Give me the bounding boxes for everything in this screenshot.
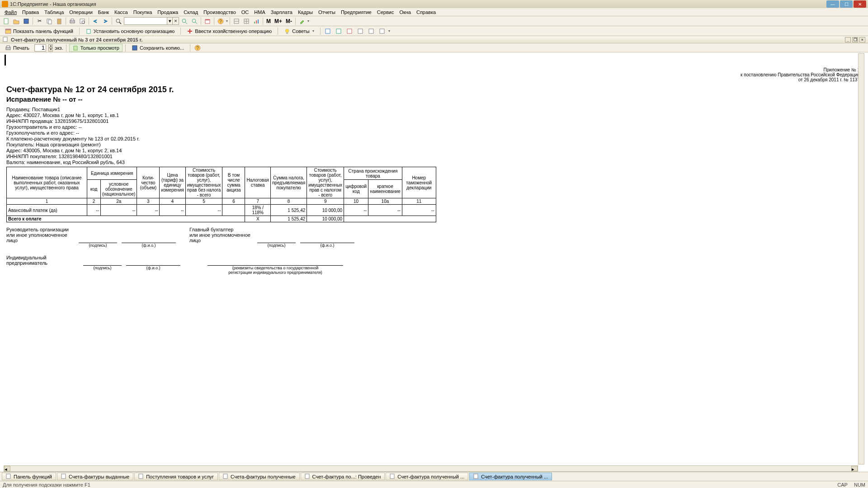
help-icon[interactable]: ? (193, 44, 202, 52)
menu-sale[interactable]: Продажа (155, 9, 181, 15)
task-button[interactable]: Панель функций (2, 473, 56, 480)
menu-production[interactable]: Производство (201, 9, 239, 15)
minimize-button[interactable]: — (826, 0, 839, 8)
svg-rect-40 (132, 46, 137, 50)
search-input[interactable] (124, 17, 167, 25)
document-icon (223, 474, 229, 480)
status-hint: Для получения подсказки нажмите F1 (3, 482, 90, 488)
window-title: 1С:Предприятие - Наша организация (10, 1, 826, 7)
tab-close-icon[interactable]: × (859, 37, 865, 42)
view-only-label: Только просмотр (80, 45, 119, 51)
document-page: Приложение № 1 к постановлению Правитель… (4, 53, 863, 465)
operation-icon (187, 28, 193, 34)
search-icon[interactable] (114, 17, 123, 25)
task-button[interactable]: Счет-фактура полученный ... (469, 473, 552, 480)
dropdown-arrow-icon[interactable]: ▾ (226, 19, 228, 23)
cut-icon[interactable]: ✂ (35, 17, 44, 25)
list4-icon[interactable] (356, 27, 365, 35)
save-icon[interactable] (22, 17, 31, 25)
org-icon (85, 28, 92, 34)
menu-enterprise[interactable]: Предприятие (338, 9, 374, 15)
svg-line-10 (119, 22, 121, 24)
copy-icon[interactable] (45, 17, 54, 25)
list6-icon[interactable] (377, 27, 387, 35)
enter-operation-button[interactable]: Ввести хозяйственную операцию (184, 27, 275, 35)
task-button[interactable]: Поступления товаров и услуг (134, 473, 218, 480)
grid1-icon[interactable] (232, 17, 241, 25)
svg-point-9 (116, 19, 120, 23)
memory-m-button[interactable]: M (265, 18, 272, 24)
redo-icon[interactable] (101, 17, 110, 25)
close-button[interactable]: ✕ (854, 0, 866, 8)
menu-table[interactable]: Таблица (42, 9, 66, 15)
menu-purchase[interactable]: Покупка (131, 9, 155, 15)
menu-salary[interactable]: Зарплата (268, 9, 295, 15)
menu-edit[interactable]: Правка (19, 9, 42, 15)
undo-icon[interactable] (91, 17, 100, 25)
list5-icon[interactable] (367, 27, 376, 35)
dropdown-icon[interactable]: ▾ (167, 17, 173, 25)
set-main-org-button[interactable]: Установить основную организацию (82, 27, 178, 35)
scroll-right-icon[interactable]: ▸ (851, 466, 858, 471)
brush-icon[interactable] (297, 17, 307, 25)
menu-os[interactable]: ОС (239, 9, 252, 15)
find-prev-icon[interactable] (190, 17, 199, 25)
open-icon[interactable] (12, 17, 21, 25)
save-copy-button[interactable]: Сохранить копию... (128, 44, 187, 52)
menu-operations[interactable]: Операции (66, 9, 95, 15)
show-functions-panel-button[interactable]: Показать панель функций (2, 27, 76, 35)
svg-rect-48 (390, 474, 394, 479)
list2-icon[interactable] (334, 27, 343, 35)
list1-icon[interactable] (323, 27, 332, 35)
menu-cash[interactable]: Касса (112, 9, 131, 15)
menu-stock[interactable]: Склад (181, 9, 201, 15)
list3-icon[interactable] (345, 27, 354, 35)
menu-service[interactable]: Сервис (374, 9, 397, 15)
svg-rect-45 (139, 474, 143, 479)
svg-rect-24 (258, 19, 259, 23)
svg-text:?: ? (197, 46, 199, 51)
task-button[interactable]: Счет-фактура по...: Проведен (301, 473, 385, 480)
memory-mminus-button[interactable]: M- (284, 18, 293, 24)
dropdown-arrow-icon[interactable]: ▾ (307, 19, 309, 23)
maximize-button[interactable]: ☐ (840, 0, 853, 8)
dropdown-arrow-icon: ▾ (312, 29, 314, 33)
tips-button[interactable]: Советы ▾ (281, 27, 317, 35)
memory-mplus-button[interactable]: M+ (273, 18, 283, 24)
new-icon[interactable] (2, 17, 11, 25)
status-bar: Для получения подсказки нажмите F1 CAP N… (0, 481, 868, 488)
vertical-scrollbar[interactable] (858, 53, 864, 465)
copies-spinner[interactable]: ▴▾ (48, 44, 53, 52)
print-preview-icon[interactable] (78, 17, 87, 25)
grid2-icon[interactable] (242, 17, 251, 25)
clear-search-icon[interactable]: × (173, 17, 179, 25)
calendar-icon[interactable] (203, 17, 212, 25)
scroll-left-icon[interactable]: ◂ (4, 466, 10, 471)
menu-reports[interactable]: Отчеты (316, 9, 338, 15)
task-button[interactable]: Счета-фактуры полученные (219, 473, 300, 480)
svg-rect-35 (380, 29, 384, 33)
tab-restore-icon[interactable]: ❐ (852, 37, 858, 42)
horizontal-scrollbar[interactable]: ◂ ▸ (4, 465, 858, 472)
menu-bank[interactable]: Банк (95, 9, 112, 15)
copies-input[interactable] (34, 44, 46, 52)
chart-icon[interactable] (252, 17, 261, 25)
dropdown-arrow-icon[interactable]: ▾ (388, 29, 390, 33)
task-button[interactable]: Счет-фактура полученный ... (386, 473, 468, 480)
tab-minimize-icon[interactable]: _ (845, 37, 851, 42)
paste-icon[interactable] (55, 17, 64, 25)
help-icon[interactable]: ? (216, 17, 225, 25)
search-combo[interactable]: ▾ × (124, 17, 179, 25)
task-button[interactable]: Счета-фактуры выданные (57, 473, 133, 480)
menu-nma[interactable]: НМА (251, 9, 268, 15)
menu-windows[interactable]: Окна (396, 9, 414, 15)
lightbulb-icon (284, 28, 290, 34)
print-button[interactable]: Печать (2, 44, 33, 52)
task-label: Счета-фактуры выданные (69, 474, 129, 479)
menu-personnel[interactable]: Кадры (295, 9, 316, 15)
menu-help[interactable]: Справка (414, 9, 439, 15)
find-next-icon[interactable] (180, 17, 189, 25)
print-icon[interactable] (68, 17, 77, 25)
view-only-toggle[interactable]: Только просмотр (69, 44, 123, 52)
menu-file[interactable]: Файл (2, 9, 19, 15)
